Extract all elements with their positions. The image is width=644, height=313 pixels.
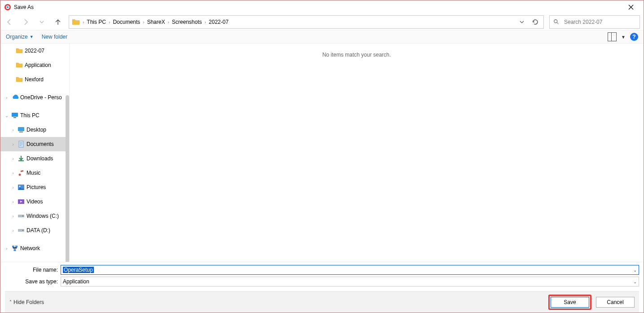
music-icon (18, 169, 25, 176)
filename-field[interactable]: OperaSetup ⌄ (61, 265, 639, 275)
chevron-right-icon: › (109, 20, 110, 25)
breadcrumb-this-pc[interactable]: This PC (85, 19, 108, 25)
view-mode-button[interactable] (608, 32, 617, 41)
tree-item-label: Videos (26, 198, 43, 205)
tree-item[interactable]: Nexford (0, 72, 69, 87)
tree-item-label: Music (26, 170, 40, 176)
filename-label: File name: (5, 267, 58, 273)
tree-item[interactable]: ›Music (0, 166, 69, 180)
filename-value: OperaSetup (63, 267, 94, 273)
tree-item-label: Desktop (26, 127, 46, 133)
folder-icon (16, 47, 23, 54)
expand-icon[interactable]: › (10, 171, 16, 176)
tree-item[interactable]: ›OneDrive - Perso (0, 90, 69, 105)
breadcrumb-sharex[interactable]: ShareX (145, 19, 167, 25)
expand-icon[interactable]: › (4, 246, 9, 251)
collapse-icon[interactable]: ⌄ (4, 113, 9, 118)
nav-up-button[interactable] (51, 16, 65, 28)
tree-item-label: Application (25, 62, 51, 68)
cloud-icon (11, 94, 18, 101)
breadcrumb-current[interactable]: 2022-07 (207, 19, 230, 25)
action-bar: ˄ Hide Folders Save Cancel (5, 291, 639, 313)
tree-item-label: Downloads (26, 155, 53, 162)
chevron-down-icon (40, 20, 44, 24)
chevron-down-icon[interactable]: ⌄ (633, 268, 637, 273)
save-highlight: Save (548, 295, 591, 310)
address-history-button[interactable] (516, 17, 527, 27)
tree-item[interactable]: Application (0, 58, 69, 72)
tree-item[interactable]: ›DATA (D:) (0, 223, 69, 238)
tree-item-label: Windows (C:) (26, 213, 59, 219)
tree-item-label: DATA (D:) (26, 227, 50, 234)
breadcrumb-screenshots[interactable]: Screenshots (170, 19, 204, 25)
tree-item[interactable]: ›Windows (C:) (0, 209, 69, 223)
expand-icon[interactable]: › (10, 214, 16, 219)
expand-icon[interactable]: › (10, 199, 16, 204)
organize-button[interactable]: Organize ▼ (6, 34, 34, 40)
breadcrumb-documents[interactable]: Documents (111, 19, 142, 25)
expand-icon[interactable]: › (10, 142, 16, 147)
expand-icon[interactable]: › (4, 95, 9, 100)
expand-icon[interactable]: › (10, 185, 16, 190)
tree-item[interactable]: ›Documents (0, 137, 69, 151)
view-mode-dropdown[interactable]: ▼ (621, 35, 626, 40)
help-button[interactable]: ? (630, 33, 638, 41)
hide-folders-button[interactable]: ˄ Hide Folders (9, 299, 44, 305)
nav-recent-button[interactable] (35, 16, 49, 28)
savetype-field[interactable]: Application ⌄ (61, 277, 639, 287)
chevron-down-icon (520, 20, 524, 24)
refresh-button[interactable] (530, 17, 541, 27)
tree-item-label: Nexford (25, 76, 44, 83)
refresh-icon (532, 18, 539, 26)
tree-item-label: Network (20, 245, 40, 251)
tree-item[interactable]: ⌄This PC (0, 108, 69, 123)
expand-icon[interactable]: › (10, 228, 16, 233)
chevron-down-icon[interactable]: ⌄ (633, 279, 637, 284)
arrow-up-icon (54, 18, 62, 26)
folder-icon (72, 18, 80, 26)
desktop-icon (18, 126, 25, 133)
download-icon (18, 155, 25, 162)
expand-icon[interactable]: › (10, 156, 16, 161)
save-button[interactable]: Save (551, 297, 589, 308)
tree-item[interactable]: 2022-07 (0, 44, 69, 58)
search-icon (553, 19, 560, 25)
app-icon (4, 4, 11, 11)
save-as-dialog: Save As › This PC › Documents › ShareX ›… (0, 0, 644, 313)
cancel-button[interactable]: Cancel (596, 297, 635, 308)
tree-item[interactable]: ›Pictures (0, 180, 69, 194)
new-folder-button[interactable]: New folder (42, 34, 67, 40)
folder-icon (16, 62, 23, 69)
tree-item-label: 2022-07 (25, 48, 44, 54)
window-title: Save As (14, 4, 34, 10)
close-icon (628, 4, 634, 10)
tree-item[interactable]: ›Videos (0, 194, 69, 209)
chevron-right-icon: › (83, 20, 84, 25)
nav-forward-button[interactable] (18, 16, 33, 28)
tree-item[interactable]: ›Downloads (0, 151, 69, 166)
body: 2022-07ApplicationNexford›OneDrive - Per… (0, 44, 644, 262)
chevron-up-icon: ˄ (9, 300, 12, 304)
folder-icon (16, 76, 23, 83)
address-bar[interactable]: › This PC › Documents › ShareX › Screens… (69, 15, 544, 29)
folder-tree: 2022-07ApplicationNexford›OneDrive - Per… (0, 44, 70, 262)
videos-icon (18, 198, 25, 205)
nav-back-button[interactable] (2, 16, 17, 28)
arrow-left-icon (6, 18, 13, 26)
doc-icon (18, 141, 25, 148)
drive-icon (18, 212, 25, 220)
tree-item-label: OneDrive - Perso (20, 94, 62, 101)
network-icon (11, 245, 18, 252)
nav-row: › This PC › Documents › ShareX › Screens… (0, 14, 644, 30)
tree-item[interactable]: ›Desktop (0, 123, 69, 137)
close-button[interactable] (622, 1, 640, 13)
chevron-right-icon: › (205, 20, 206, 25)
drive-icon (18, 227, 25, 234)
toolbar: Organize ▼ New folder ▼ ? (0, 30, 644, 44)
tree-scrollbar[interactable] (66, 95, 69, 262)
tree-item-label: This PC (20, 112, 40, 119)
tree-item[interactable]: ›Network (0, 241, 69, 256)
search-box[interactable] (549, 15, 640, 29)
search-input[interactable] (563, 18, 636, 26)
expand-icon[interactable]: › (10, 128, 16, 132)
